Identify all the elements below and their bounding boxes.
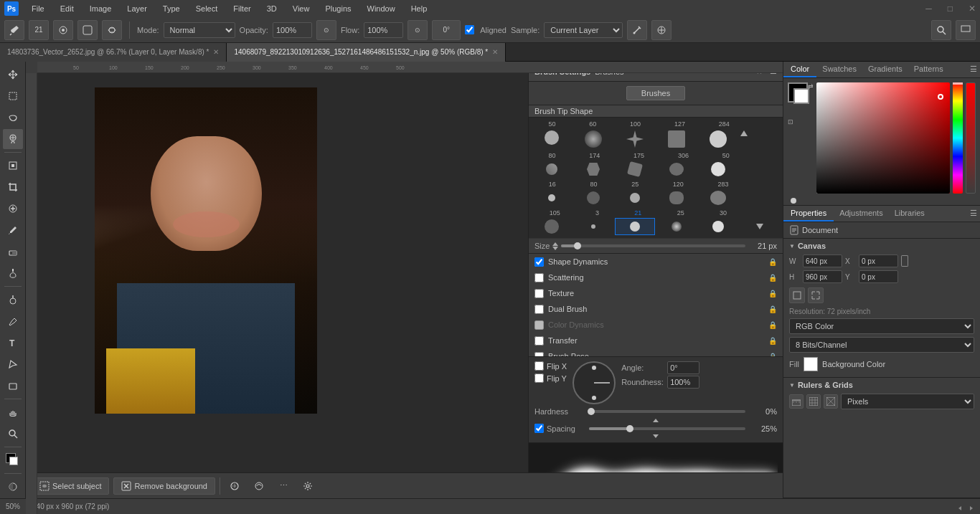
color-panel-menu[interactable]: ☰ — [967, 62, 980, 77]
menu-layer[interactable]: Layer — [124, 3, 150, 14]
size-up-arrow[interactable] — [552, 242, 558, 246]
menu-plugins[interactable]: Plugins — [322, 3, 354, 14]
bit-depth-dropdown[interactable]: 8 Bits/Channel — [789, 337, 974, 353]
canvas-expand-button[interactable] — [808, 287, 824, 303]
menu-help[interactable]: Help — [408, 3, 430, 14]
brush-item[interactable] — [532, 189, 572, 206]
selection-tool[interactable] — [3, 354, 23, 374]
angle-circle[interactable] — [573, 361, 616, 404]
hardness-up-stepper[interactable] — [653, 419, 659, 422]
texture-checkbox[interactable] — [534, 289, 544, 298]
dodge-tool[interactable] — [3, 290, 23, 310]
brush-picker-button[interactable] — [53, 20, 73, 40]
pen-tool[interactable] — [3, 311, 23, 331]
shape-tool[interactable] — [3, 376, 23, 396]
menu-3d[interactable]: 3D — [264, 3, 280, 14]
select-subject-button[interactable]: Select subject — [32, 477, 109, 495]
brush-item[interactable] — [615, 161, 655, 178]
scroll-up[interactable] — [740, 129, 757, 146]
flip-x-checkbox[interactable] — [534, 361, 544, 371]
props-tab-libraries[interactable]: Libraries — [889, 206, 930, 222]
clone-source-button[interactable] — [651, 20, 672, 40]
eraser-tool[interactable] — [3, 242, 23, 262]
view-toggle-button[interactable] — [956, 20, 976, 40]
status-arrow-left[interactable] — [957, 504, 963, 510]
color-tab-swatches[interactable]: Swatches — [816, 62, 862, 77]
rulers-unit-select[interactable]: Pixels — [841, 394, 974, 409]
scroll-down[interactable] — [740, 218, 780, 235]
options-button[interactable]: ⋯ — [273, 476, 293, 496]
brush-item[interactable] — [573, 161, 613, 178]
content-aware-button[interactable] — [225, 476, 245, 496]
transfer-label[interactable]: Transfer — [548, 336, 768, 345]
angle-bottom-handle[interactable] — [592, 396, 596, 400]
brush-item-selected[interactable] — [615, 218, 655, 235]
quick-mask-toggle[interactable] — [3, 477, 23, 497]
canvas-crop-button[interactable] — [789, 287, 805, 303]
flip-y-checkbox[interactable] — [534, 373, 544, 383]
brush-toggle-button[interactable] — [77, 20, 98, 40]
opacity-pressure-button[interactable]: ⊙ — [316, 20, 336, 40]
transform-tool[interactable] — [3, 156, 23, 176]
background-swatch[interactable] — [793, 88, 809, 104]
brush-item[interactable] — [615, 129, 655, 149]
foreground-color[interactable] — [3, 450, 23, 470]
healing-brush-tool[interactable] — [3, 199, 23, 219]
menu-edit[interactable]: Edit — [57, 3, 77, 14]
link-dimensions-button[interactable] — [901, 255, 908, 267]
brush-item[interactable] — [656, 129, 697, 149]
brush-item[interactable] — [656, 218, 697, 235]
menu-filter[interactable]: Filter — [230, 3, 253, 14]
clone-stamp-tool[interactable] — [3, 129, 23, 149]
tab-1[interactable]: 14803736_Vector_2652.jpg @ 66.7% (Layer … — [0, 43, 227, 62]
props-panel-menu[interactable]: ☰ — [967, 206, 980, 222]
hardness-slider-thumb[interactable] — [588, 408, 595, 415]
angle-input[interactable]: 0° — [432, 20, 461, 40]
scattering-checkbox[interactable] — [534, 273, 544, 282]
x-input[interactable] — [859, 254, 898, 267]
hue-slider[interactable] — [953, 82, 963, 194]
tab-1-close[interactable]: ✕ — [213, 48, 219, 56]
flow-pressure-button[interactable]: ⊙ — [407, 20, 428, 40]
color-tab-color[interactable]: Color — [783, 62, 816, 77]
props-tab-properties[interactable]: Properties — [783, 206, 834, 222]
brush-item[interactable] — [698, 218, 738, 235]
swap-colors-button[interactable]: ⇄ — [808, 82, 814, 90]
fill-color-swatch[interactable] — [804, 357, 818, 371]
flow-input[interactable] — [364, 22, 403, 38]
brush-item[interactable] — [656, 161, 697, 178]
spacing-slider[interactable] — [589, 427, 745, 430]
tab-2-close[interactable]: ✕ — [492, 48, 498, 56]
menu-image[interactable]: Image — [87, 3, 115, 14]
props-tab-adjustments[interactable]: Adjustments — [834, 206, 889, 222]
settings-button[interactable] — [298, 476, 318, 496]
size-slider-thumb[interactable] — [574, 242, 581, 249]
brush-item[interactable] — [573, 189, 613, 206]
zoom-tool[interactable] — [3, 424, 23, 444]
menu-view[interactable]: View — [290, 3, 313, 14]
menu-type[interactable]: Type — [160, 3, 183, 14]
brush-item[interactable] — [532, 161, 572, 178]
lasso-tool[interactable] — [3, 108, 23, 128]
tab-2[interactable]: 14068079_892213010912636_152716148648615… — [227, 43, 506, 62]
reset-colors-button[interactable]: ⊡ — [788, 118, 793, 125]
width-input[interactable] — [803, 254, 842, 267]
alpha-slider[interactable] — [966, 82, 976, 194]
size-slider[interactable] — [561, 244, 745, 247]
angle-top-handle[interactable] — [592, 366, 596, 370]
close-button[interactable]: ✕ — [969, 4, 976, 14]
rulers-section-header[interactable]: ▼ Rulers & Grids — [789, 381, 974, 389]
hardness-slider[interactable] — [588, 410, 745, 413]
remove-background-button[interactable]: Remove background — [113, 477, 215, 495]
y-input[interactable] — [859, 270, 898, 283]
transfer-checkbox[interactable] — [534, 336, 544, 346]
search-button[interactable] — [931, 20, 951, 40]
text-tool[interactable]: T — [3, 333, 23, 353]
color-gradient-picker[interactable] — [816, 82, 950, 194]
sample-select[interactable]: Current Layer — [544, 22, 623, 38]
status-arrow-right[interactable] — [969, 504, 974, 510]
dual-brush-checkbox[interactable] — [534, 305, 544, 314]
roundness-input[interactable] — [667, 376, 699, 389]
mode-select[interactable]: Normal — [164, 22, 235, 38]
maximize-button[interactable]: □ — [948, 4, 953, 14]
